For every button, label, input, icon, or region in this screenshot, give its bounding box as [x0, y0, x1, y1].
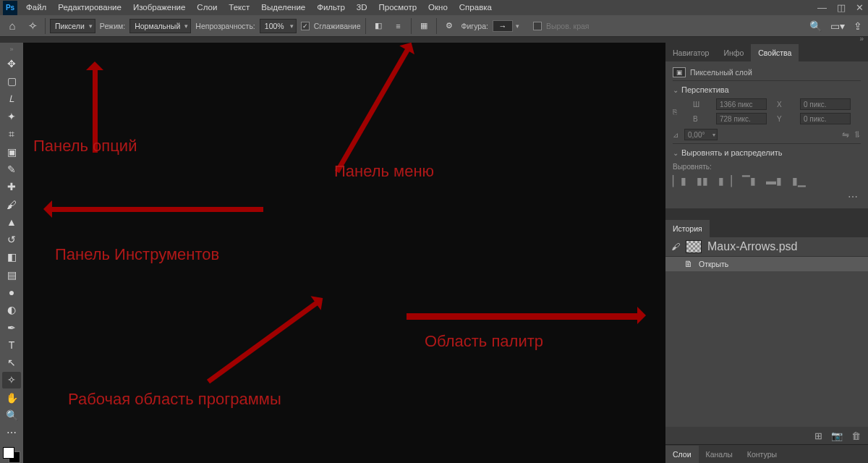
history-panel: 🖌 Maux-Arrows.psd 🗎 Открыть ⊞ 📷 🗑	[665, 237, 868, 444]
gradient-tool-icon[interactable]: ▤	[2, 267, 21, 283]
menu-layers[interactable]: Слои	[191, 0, 223, 15]
blur-tool-icon[interactable]: ●	[2, 284, 21, 300]
menu-3d[interactable]: 3D	[351, 0, 373, 15]
perspective-section[interactable]: Перспектива	[673, 80, 861, 98]
options-right: 🔍 ▭▾ ⇪	[809, 20, 862, 32]
menu-bar: Ps Файл Редактирование Изображение Слои …	[0, 0, 868, 15]
history-tabs: История	[665, 218, 868, 237]
menu-image[interactable]: Изображение	[127, 0, 191, 15]
align-icon[interactable]: ≡	[391, 18, 407, 34]
menu-view[interactable]: Просмотр	[373, 0, 423, 15]
workspace-icon[interactable]: ▭▾	[830, 20, 845, 32]
plugins-icon[interactable]: ✧	[25, 18, 41, 34]
home-icon[interactable]: ⌂	[4, 18, 20, 34]
new-doc-icon[interactable]: ⊞	[814, 430, 822, 441]
eraser-tool-icon[interactable]: ◧	[2, 249, 21, 265]
align-top-icon[interactable]: ▔▮	[742, 175, 756, 187]
align-edges-checkbox[interactable]: ✓	[533, 22, 542, 30]
align-bottom-icon[interactable]: ▮▁	[792, 175, 806, 187]
gear-icon[interactable]: ⚙	[441, 18, 457, 34]
trash-icon[interactable]: 🗑	[851, 430, 861, 441]
marquee-tool-icon[interactable]: ▢	[2, 73, 21, 89]
height-label: В	[693, 115, 706, 123]
edit-toolbar-icon[interactable]: ⋯	[2, 425, 21, 441]
snapshot-icon[interactable]: 📷	[831, 430, 843, 441]
x-field[interactable]: 0 пикс.	[800, 98, 851, 110]
tab-channels[interactable]: Каналы	[699, 446, 740, 463]
menu-window[interactable]: Окно	[422, 0, 454, 15]
history-step[interactable]: 🗎 Открыть	[665, 257, 868, 271]
menu-select[interactable]: Выделение	[255, 0, 311, 15]
pen-tool-icon[interactable]: ✒	[2, 319, 21, 335]
menu-help[interactable]: Справка	[454, 0, 498, 15]
flip-vertical-icon[interactable]: ⥮	[854, 129, 861, 140]
tab-info[interactable]: Инфо	[716, 44, 751, 61]
tab-properties[interactable]: Свойства	[751, 44, 799, 61]
healing-tool-icon[interactable]: ✚	[2, 179, 21, 195]
annotation-workspace-label: Рабочая область программы	[68, 390, 281, 409]
align-section[interactable]: Выровнять и распределить	[673, 143, 861, 161]
flip-horizontal-icon[interactable]: ⇋	[842, 129, 849, 140]
lasso-tool-icon[interactable]: 𝘓	[2, 91, 21, 107]
stamp-tool-icon[interactable]: ▲	[2, 214, 21, 230]
share-icon[interactable]: ⇪	[854, 20, 862, 32]
path-select-icon[interactable]: ↖	[2, 354, 21, 370]
angle-icon: ⊿	[673, 131, 678, 139]
search-icon[interactable]: 🔍	[809, 20, 822, 32]
properties-panel: ▣ Пиксельный слой Перспектива ⎘ Ш 1366 п…	[665, 61, 868, 208]
layer-type-label: Пиксельный слой	[690, 68, 752, 77]
path-ops-icon[interactable]: ◧	[370, 18, 386, 34]
width-field[interactable]: 1366 пикс	[716, 98, 767, 110]
eyedropper-tool-icon[interactable]: ✎	[2, 161, 21, 177]
type-tool-icon[interactable]: T	[2, 337, 21, 353]
menu-filter[interactable]: Фильтр	[311, 0, 351, 15]
height-field[interactable]: 728 пикс.	[716, 113, 767, 124]
history-brush-icon[interactable]: ↺	[2, 232, 21, 247]
annotation-menu-label: Панель меню	[334, 162, 434, 181]
close-icon[interactable]: ✕	[856, 0, 864, 15]
y-field[interactable]: 0 пикс.	[800, 113, 851, 124]
pixel-layer-icon: ▣	[673, 67, 686, 77]
shape-tool-icon[interactable]: ✧	[2, 372, 21, 388]
minimize-icon[interactable]: —	[817, 0, 827, 15]
wand-tool-icon[interactable]: ✦	[2, 109, 21, 124]
tab-layers[interactable]: Слои	[665, 446, 699, 463]
zoom-tool-icon[interactable]: 🔍	[2, 407, 21, 423]
dodge-tool-icon[interactable]: ◐	[2, 302, 21, 318]
align-hcenter-icon[interactable]: ▮▮	[697, 175, 708, 187]
opacity-select[interactable]: 100%	[260, 19, 297, 33]
arrange-icon[interactable]: ▦	[416, 18, 432, 34]
angle-field[interactable]: 0,00°	[684, 129, 718, 140]
layer-type-row: ▣ Пиксельный слой	[673, 67, 861, 77]
frame-tool-icon[interactable]: ▣	[2, 143, 21, 159]
unit-select[interactable]: Пиксели	[50, 19, 95, 33]
maximize-icon[interactable]: ◫	[837, 0, 846, 15]
history-file-row[interactable]: 🖌 Maux-Arrows.psd	[665, 237, 868, 257]
move-tool-icon[interactable]: ✥	[2, 56, 21, 72]
mode-select[interactable]: Нормальный	[129, 19, 191, 33]
hand-tool-icon[interactable]: ✋	[2, 390, 21, 406]
more-icon[interactable]: ⋯	[673, 187, 861, 203]
brush-tool-icon[interactable]: 🖌	[2, 196, 21, 212]
align-edges-label: Выров. края	[546, 22, 590, 30]
tab-history[interactable]: История	[665, 220, 710, 237]
dimensions-grid: ⎘ Ш 1366 пикс X 0 пикс. В 728 пикс. Y 0 …	[673, 98, 861, 124]
divider	[436, 18, 437, 34]
menu-text[interactable]: Текст	[223, 0, 255, 15]
antialias-checkbox[interactable]: ✓	[301, 22, 310, 30]
tab-paths[interactable]: Контуры	[740, 446, 784, 463]
mode-label: Режим:	[100, 22, 125, 30]
menu-file[interactable]: Файл	[20, 0, 52, 15]
annotation-arrow	[48, 207, 263, 212]
align-left-icon[interactable]: ▏▮	[673, 175, 686, 187]
tab-navigator[interactable]: Навигатор	[665, 44, 716, 61]
crop-tool-icon[interactable]: ⌗	[2, 126, 21, 142]
canvas-area[interactable]: Панель опций Панель меню Панель Инструме…	[23, 43, 665, 463]
foreground-background-swatch[interactable]	[3, 447, 20, 463]
align-vcenter-icon[interactable]: ▬▮	[766, 175, 782, 187]
shape-select[interactable]: →	[493, 20, 513, 32]
link-icon[interactable]: ⎘	[673, 108, 683, 116]
figure-label: Фигура:	[461, 22, 488, 30]
align-right-icon[interactable]: ▮▕	[718, 175, 732, 187]
menu-edit[interactable]: Редактирование	[52, 0, 127, 15]
